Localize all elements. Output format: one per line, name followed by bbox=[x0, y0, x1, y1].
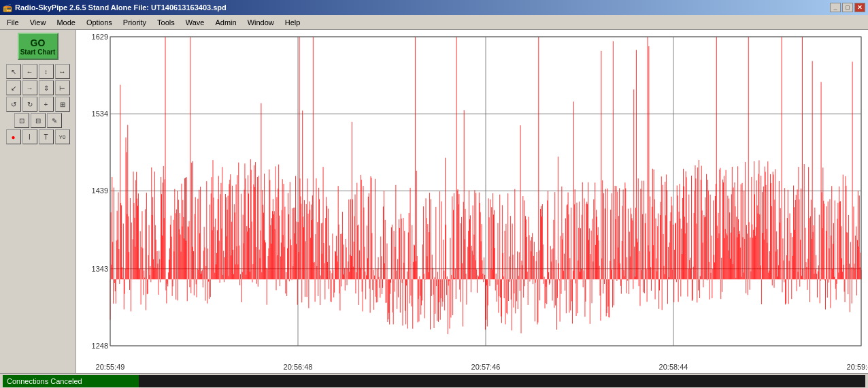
menu-item-help[interactable]: Help bbox=[280, 17, 306, 28]
zoom-in-button[interactable]: + bbox=[39, 97, 54, 112]
cursor-button[interactable]: ⊟ bbox=[31, 113, 46, 128]
start-chart-button[interactable]: GO Start Chart bbox=[18, 33, 59, 60]
status-message: Connections Canceled bbox=[3, 375, 139, 387]
compress-h-button[interactable]: ⊢ bbox=[55, 80, 70, 95]
pen-button[interactable]: ✎ bbox=[47, 113, 62, 128]
text-button[interactable]: T bbox=[39, 129, 54, 144]
app-icon: 📻 bbox=[3, 3, 12, 12]
menu-item-priority[interactable]: Priority bbox=[118, 17, 152, 28]
titlebar-controls: _ □ ✕ bbox=[830, 3, 865, 12]
titlebar-title: Radio-SkyPipe 2.6.5 Stand Alone File: UT… bbox=[15, 3, 227, 12]
chart-canvas bbox=[76, 30, 868, 373]
toolbar-row-5: ● I T Y0 bbox=[6, 129, 70, 144]
menu-item-wave[interactable]: Wave bbox=[180, 17, 210, 28]
menu-item-admin[interactable]: Admin bbox=[210, 17, 241, 28]
step-forward-button[interactable]: ↻ bbox=[22, 97, 37, 112]
menubar: FileViewModeOptionsPriorityToolsWaveAdmi… bbox=[0, 15, 868, 30]
titlebar-left: 📻 Radio-SkyPipe 2.6.5 Stand Alone File: … bbox=[3, 3, 227, 12]
expand-v-button[interactable]: ↕ bbox=[39, 64, 54, 79]
scroll-left-button[interactable]: ← bbox=[22, 64, 37, 79]
start-chart-label: Start Chart bbox=[20, 48, 56, 56]
yaxis-button[interactable]: Y0 bbox=[55, 129, 70, 144]
toolbar-row-4: ⊡ ⊟ ✎ bbox=[14, 113, 62, 128]
compress-v-button[interactable]: ⇕ bbox=[39, 80, 54, 95]
info-button[interactable]: I bbox=[22, 129, 37, 144]
zoom-out-button[interactable]: ⊞ bbox=[55, 97, 70, 112]
scroll-left-up-button[interactable]: ↖ bbox=[6, 64, 21, 79]
minimize-button[interactable]: _ bbox=[830, 3, 841, 12]
toolbar-row-1: ↖ ← ↕ ↔ bbox=[6, 64, 70, 79]
maximize-button[interactable]: □ bbox=[842, 3, 853, 12]
menu-item-file[interactable]: File bbox=[1, 17, 24, 28]
status-progress bbox=[139, 375, 865, 387]
chart-area bbox=[76, 30, 868, 373]
close-button[interactable]: ✕ bbox=[854, 3, 865, 12]
menu-item-view[interactable]: View bbox=[24, 17, 52, 28]
titlebar: 📻 Radio-SkyPipe 2.6.5 Stand Alone File: … bbox=[0, 0, 868, 15]
main-content: GO Start Chart ↖ ← ↕ ↔ ↙ → ⇕ ⊢ ↺ ↻ + ⊞ ⊡… bbox=[0, 30, 868, 373]
menu-item-options[interactable]: Options bbox=[81, 17, 118, 28]
go-label: GO bbox=[31, 37, 46, 48]
nav-down-left-button[interactable]: ↙ bbox=[6, 80, 21, 95]
statusbar: Connections Canceled bbox=[0, 373, 868, 388]
toolbar-row-2: ↙ → ⇕ ⊢ bbox=[6, 80, 70, 95]
toolbar-row-3: ↺ ↻ + ⊞ bbox=[6, 97, 70, 112]
step-back-button[interactable]: ↺ bbox=[6, 97, 21, 112]
menu-item-mode[interactable]: Mode bbox=[51, 17, 81, 28]
menu-item-tools[interactable]: Tools bbox=[152, 17, 180, 28]
record-button[interactable]: ● bbox=[6, 129, 21, 144]
toolbar: GO Start Chart ↖ ← ↕ ↔ ↙ → ⇕ ⊢ ↺ ↻ + ⊞ ⊡… bbox=[0, 30, 76, 373]
nav-right-button[interactable]: → bbox=[22, 80, 37, 95]
select-button[interactable]: ⊡ bbox=[14, 113, 29, 128]
menu-item-window[interactable]: Window bbox=[242, 17, 280, 28]
expand-h-button[interactable]: ↔ bbox=[55, 64, 70, 79]
